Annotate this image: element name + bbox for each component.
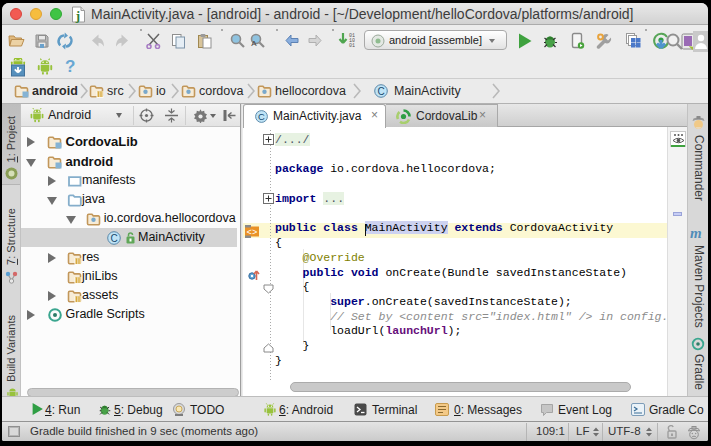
svg-text:j: j xyxy=(75,8,80,23)
svg-text:C: C xyxy=(377,86,384,97)
svg-text:01: 01 xyxy=(349,43,355,49)
svg-text:C: C xyxy=(258,112,265,122)
svg-text:<>: <> xyxy=(247,228,258,238)
svg-text:A: A xyxy=(251,39,257,48)
svg-text:C: C xyxy=(110,233,117,244)
